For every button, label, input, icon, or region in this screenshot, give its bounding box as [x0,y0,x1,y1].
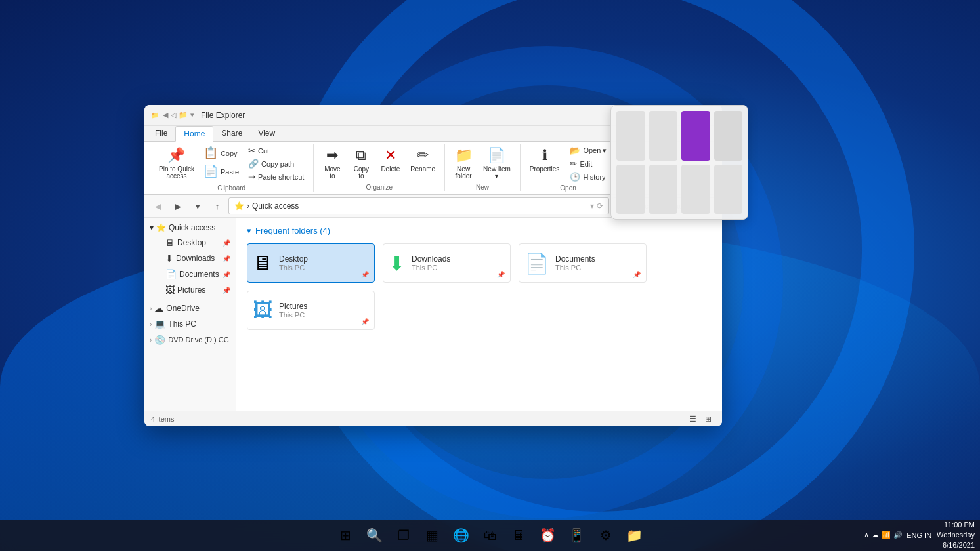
folder-tile-pictures[interactable]: 🖼 Pictures This PC 📌 [247,291,375,330]
details-view-button[interactable]: ☰ [685,413,700,425]
tab-view[interactable]: View [250,126,283,141]
rename-icon: ✏ [417,147,429,164]
sidebar-onedrive-label: OneDrive [166,304,200,313]
sidebar-quick-access[interactable]: ▾ ⭐ Quick access [144,220,236,235]
clock-button[interactable]: ⏰ [535,522,561,548]
properties-button[interactable]: ℹ Properties [526,144,564,175]
sidebar-downloads-label: Downloads [176,254,215,263]
settings-button[interactable]: ⚙ [593,522,619,548]
sidebar-item-pictures[interactable]: 🖼 Pictures 📌 [160,282,236,298]
pin-down-icon: ▾ [190,111,194,119]
open-label: Open [560,184,576,192]
paste-shortcut-button[interactable]: ⇒ Paste shortcut [244,171,308,183]
tab-share[interactable]: Share [213,126,250,141]
taskbar: ⊞ 🔍 ❐ ▦ 🌐 🛍 🖩 ⏰ 📱 ⚙ 📁 ∧ ☁ 📶 🔊 ENG IN 11:… [0,520,980,551]
snap-cell-purple[interactable] [681,111,710,161]
snap-cell-br[interactable] [714,165,743,214]
network-icon[interactable]: ☁ [872,531,879,539]
folder-tile-downloads[interactable]: ⬇ Downloads This PC 📌 [383,243,511,283]
move-to-button[interactable]: ➡ Moveto [319,144,345,182]
sidebar-item-onedrive[interactable]: › ☁ OneDrive [144,300,236,316]
store-button[interactable]: 🛍 [477,522,503,548]
start-button[interactable]: ⊞ [333,522,359,548]
open-button[interactable]: 📂 Open ▾ [566,144,610,157]
folder-tile-desktop[interactable]: 🖥 Desktop This PC 📌 [247,243,375,283]
search-button[interactable]: 🔍 [362,522,388,548]
documents-folder-icon: 📄 [524,252,549,275]
tab-home[interactable]: Home [175,126,213,142]
path-separator: › [247,201,249,211]
history-button[interactable]: 🕒 History [566,171,610,183]
snap-cell-bmr[interactable] [681,165,710,214]
system-tray: ∧ ☁ 📶 🔊 [864,531,903,539]
new-folder-button[interactable]: 📁 Newfolder [450,144,477,182]
sidebar: ▾ ⭐ Quick access 🖥 Desktop 📌 ⬇ Downloads… [144,218,236,411]
history-icon: 🕒 [570,172,580,182]
cut-button[interactable]: ✂ Cut [244,144,308,157]
forward-button[interactable]: ▶ [169,197,186,214]
frequent-folders-header[interactable]: ▾ Frequent folders (4) [247,226,712,235]
documents-pin-icon: 📌 [633,271,641,278]
edge-button[interactable]: 🌐 [448,522,475,548]
paste-icon: 📄 [203,164,218,178]
snap-cell-bml[interactable] [649,165,678,214]
status-bar: 4 items ☰ ⊞ [144,411,722,426]
main-area: ▾ ⭐ Quick access 🖥 Desktop 📌 ⬇ Downloads… [144,218,722,411]
snap-cell-tr[interactable] [649,111,678,161]
pin-to-quick-button[interactable]: 📌 Pin to Quickaccess [155,144,198,182]
sidebar-item-downloads[interactable]: ⬇ Downloads 📌 [160,251,236,266]
path-dropdown-icon[interactable]: ▾ [590,201,594,211]
copy-to-button[interactable]: ⧉ Copyto [348,144,374,182]
phone-button[interactable]: 📱 [564,522,590,548]
delete-icon: ✕ [385,147,396,164]
rename-button[interactable]: ✏ Rename [406,144,439,175]
item-count: 4 items [151,415,174,423]
snap-cell-light[interactable] [714,111,743,161]
snap-cell-tl[interactable] [616,111,645,161]
frequent-folders-label: Frequent folders (4) [255,226,330,235]
paste-shortcut-icon: ⇒ [248,172,255,182]
downloads-icon: ⬇ [165,253,173,264]
taskbar-center: ⊞ 🔍 ❐ ▦ 🌐 🛍 🖩 ⏰ 📱 ⚙ 📁 [333,522,648,548]
new-folder-icon: 📁 [455,147,473,164]
task-view-button[interactable]: ❐ [391,522,417,548]
new-item-button[interactable]: 📄 New item▾ [479,144,515,182]
wifi-icon[interactable]: 📶 [882,531,891,539]
snap-cell-bl[interactable] [616,165,645,214]
sidebar-item-thispc[interactable]: › 💻 This PC [144,316,236,332]
address-path[interactable]: ⭐ › Quick access ▾ ⟳ [228,197,609,214]
move-icon: ➡ [326,147,338,164]
sidebar-item-dvd[interactable]: › 💿 DVD Drive (D:) CC [144,332,236,348]
file-explorer-button[interactable]: 📁 [622,522,648,548]
recent-button[interactable]: ▾ [189,197,206,214]
calculator-button[interactable]: 🖩 [506,522,532,548]
pin-icon: 📌 [223,239,230,247]
tiles-view-button[interactable]: ⊞ [701,413,715,425]
folder-nav-icon: ◁ [171,111,176,119]
organize-label: Organize [366,184,393,191]
taskbar-clock[interactable]: 11:00 PM Wednesday 6/16/2021 [937,520,975,550]
section-collapse-icon: ▾ [247,226,251,235]
desktop-pin-icon: 📌 [361,271,369,278]
view-buttons: ☰ ⊞ [685,413,715,425]
copy-path-button[interactable]: 🔗 Copy path [244,157,308,170]
onedrive-icon: ☁ [154,303,163,314]
refresh-icon[interactable]: ⟳ [597,201,603,211]
sidebar-item-desktop[interactable]: 🖥 Desktop 📌 [160,235,236,251]
back-button[interactable]: ◀ [150,197,167,214]
volume-icon[interactable]: 🔊 [893,531,903,539]
tab-file[interactable]: File [147,126,175,141]
widgets-button[interactable]: ▦ [419,522,446,548]
copy-button[interactable]: 📋 Copy [201,144,242,163]
sidebar-desktop-label: Desktop [177,238,206,247]
paste-button[interactable]: 📄 Paste [201,163,242,181]
path-text: Quick access [252,201,299,211]
copy-to-icon: ⧉ [356,147,366,164]
folder-tile-documents[interactable]: 📄 Documents This PC 📌 [519,243,647,283]
edit-button[interactable]: ✏ Edit [566,157,610,170]
chevron-up-icon[interactable]: ∧ [864,531,869,539]
delete-button[interactable]: ✕ Delete [377,144,404,175]
sidebar-item-documents[interactable]: 📄 Documents 📌 [160,266,236,282]
content-area: ▾ Frequent folders (4) 🖥 Desktop This PC… [236,218,722,411]
up-button[interactable]: ↑ [209,197,226,214]
